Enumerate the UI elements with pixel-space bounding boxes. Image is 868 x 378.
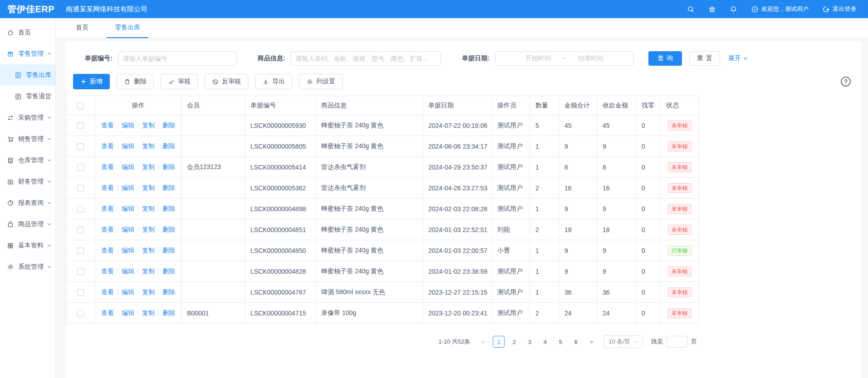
edit-link[interactable]: 编辑 (122, 142, 134, 150)
row-checkbox[interactable] (77, 227, 84, 233)
edit-link[interactable]: 编辑 (122, 163, 134, 171)
edit-link[interactable]: 编辑 (122, 121, 134, 130)
edit-link[interactable]: 编辑 (122, 205, 134, 213)
sidebar-item-home-0[interactable]: 首页 (0, 22, 55, 43)
export-button[interactable]: 导出 (255, 74, 292, 89)
view-link[interactable]: 查看 (101, 288, 114, 296)
delete-button[interactable]: 删除 (117, 74, 154, 89)
delete-link[interactable]: 删除 (162, 288, 175, 296)
link-divider (118, 206, 118, 212)
page-button-1[interactable]: 1 (493, 336, 505, 348)
delete-link[interactable]: 删除 (162, 142, 175, 150)
sidebar-item-goods-9[interactable]: 商品管理 (0, 213, 55, 235)
goods-info-input[interactable] (290, 51, 441, 66)
sidebar-item-chart-8[interactable]: 报表查询 (0, 192, 55, 213)
search-icon[interactable] (687, 5, 695, 13)
delete-link[interactable]: 删除 (162, 205, 175, 213)
delete-link[interactable]: 删除 (162, 184, 175, 192)
view-link[interactable]: 查看 (101, 226, 114, 234)
sidebar-item-cart-5[interactable]: 销售管理 (0, 128, 55, 150)
copy-link[interactable]: 复制 (142, 142, 155, 150)
link-divider (158, 268, 159, 274)
page-button-4[interactable]: 4 (539, 336, 551, 348)
bill-no-input[interactable] (118, 51, 237, 66)
delete-link[interactable]: 删除 (162, 309, 175, 317)
page-button-5[interactable]: 5 (554, 336, 566, 348)
edit-link[interactable]: 编辑 (122, 226, 134, 234)
sidebar-item-warehouse-6[interactable]: 仓库管理 (0, 150, 55, 171)
goods-cell: 雷达杀虫气雾剂 (316, 157, 423, 178)
add-button[interactable]: 新增 (73, 74, 110, 89)
delete-link[interactable]: 删除 (162, 226, 175, 234)
sidebar-item-gear-11[interactable]: 系统管理 (0, 256, 55, 277)
bell-icon[interactable] (730, 5, 737, 13)
delete-link[interactable]: 删除 (162, 163, 175, 171)
page-button-6[interactable]: 6 (570, 336, 582, 348)
view-link[interactable]: 查看 (101, 121, 114, 130)
table-row: 查看编辑复制删除LSCK00000004851蜂蜜柚子茶 240g 黄色2024… (66, 219, 699, 240)
edit-link[interactable]: 编辑 (122, 288, 134, 296)
row-checkbox[interactable] (77, 164, 84, 171)
column-settings-button[interactable]: 列设置 (299, 74, 343, 89)
prev-page-button[interactable]: < (477, 336, 489, 348)
page-button-2[interactable]: 2 (508, 336, 520, 348)
copy-link[interactable]: 复制 (142, 163, 155, 171)
reset-button[interactable]: 重置 (689, 51, 720, 66)
view-link[interactable]: 查看 (101, 184, 114, 192)
view-link[interactable]: 查看 (101, 142, 114, 150)
view-link[interactable]: 查看 (101, 247, 114, 255)
view-link[interactable]: 查看 (101, 163, 114, 171)
edit-link[interactable]: 编辑 (122, 309, 134, 317)
copy-link[interactable]: 复制 (142, 226, 155, 234)
sidebar-item-doc-2[interactable]: 零售出库 (0, 64, 55, 86)
row-checkbox[interactable] (77, 289, 84, 296)
pagination: 1-10 共52条 < 123456 > 10 条/页 跳至 页 (66, 324, 699, 348)
edit-link[interactable]: 编辑 (122, 247, 134, 255)
copy-link[interactable]: 复制 (142, 121, 155, 130)
copy-link[interactable]: 复制 (142, 184, 155, 192)
select-all-checkbox[interactable] (77, 102, 84, 109)
help-icon[interactable]: ? (841, 77, 851, 87)
delete-link[interactable]: 删除 (162, 247, 175, 255)
copy-link[interactable]: 复制 (142, 309, 155, 317)
edit-link[interactable]: 编辑 (122, 267, 134, 276)
user-welcome[interactable]: 欢迎您，测试用户 (751, 5, 809, 13)
link-divider (158, 227, 159, 233)
row-checkbox[interactable] (77, 310, 84, 317)
row-checkbox[interactable] (77, 122, 84, 129)
sidebar-item-grid-10[interactable]: 基本资料 (0, 235, 55, 256)
view-link[interactable]: 查看 (101, 205, 114, 213)
sidebar-item-retail-1[interactable]: 零售管理 (0, 43, 55, 64)
copy-link[interactable]: 复制 (142, 247, 155, 255)
search-button[interactable]: 查询 (648, 51, 682, 66)
sidebar-item-swap-4[interactable]: 采购管理 (0, 107, 55, 128)
row-checkbox[interactable] (77, 268, 84, 275)
tab-0[interactable]: 首页 (68, 18, 97, 38)
logout-button[interactable]: 退出登录 (822, 5, 856, 13)
copy-link[interactable]: 复制 (142, 288, 155, 296)
row-checkbox[interactable] (77, 206, 84, 213)
unaudit-button[interactable]: 反审核 (205, 74, 248, 89)
date-range-picker[interactable]: 开始时间 ~ 结束时间 (495, 51, 634, 66)
view-link[interactable]: 查看 (101, 267, 114, 276)
expand-link[interactable]: 展开 (728, 54, 748, 63)
audit-button[interactable]: 审核 (161, 74, 198, 89)
page-button-3[interactable]: 3 (524, 336, 535, 348)
delete-link[interactable]: 删除 (162, 121, 175, 130)
sidebar-item-doc-3[interactable]: 零售退货 (0, 86, 55, 107)
sidebar-item-finance-7[interactable]: 财务管理 (0, 171, 55, 192)
delete-link[interactable]: 删除 (162, 267, 175, 276)
page-size-select[interactable]: 10 条/页 (603, 335, 643, 348)
copy-link[interactable]: 复制 (142, 205, 155, 213)
copy-link[interactable]: 复制 (142, 267, 155, 276)
row-checkbox[interactable] (77, 185, 84, 192)
member-cell (181, 115, 245, 136)
bank-icon[interactable] (708, 5, 716, 13)
row-checkbox[interactable] (77, 247, 84, 254)
view-link[interactable]: 查看 (101, 309, 114, 317)
row-checkbox[interactable] (77, 143, 84, 150)
next-page-button[interactable]: > (585, 336, 597, 348)
tab-1[interactable]: 零售出库 (107, 18, 148, 38)
edit-link[interactable]: 编辑 (122, 184, 134, 192)
jump-page-input[interactable] (667, 336, 687, 348)
